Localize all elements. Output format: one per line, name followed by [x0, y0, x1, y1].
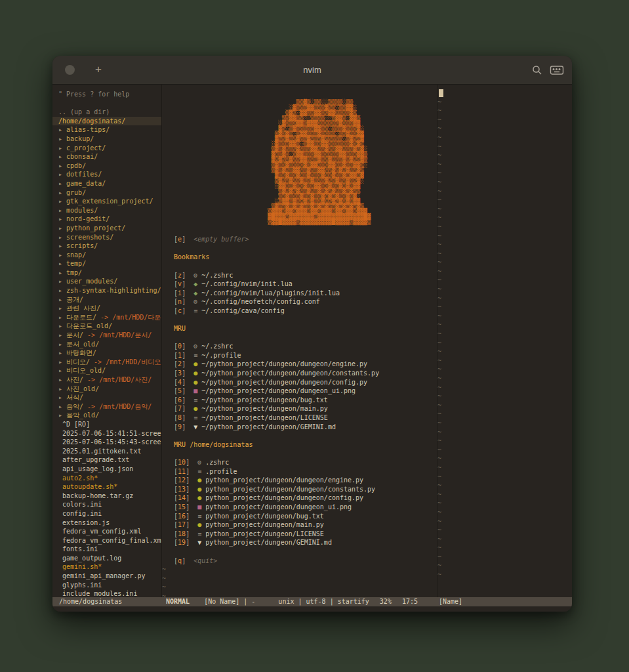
- tree-dir-row[interactable]: ▸ 서식/: [52, 393, 161, 402]
- startify-item[interactable]: [v] ◆ ~/.config/nvim/init.lua: [162, 280, 437, 289]
- startify-item[interactable]: [10] ⚙ .zshrc: [162, 458, 437, 467]
- startify-item[interactable]: [c] ≡ ~/.config/cava/config: [162, 306, 437, 316]
- tree-dir-row[interactable]: ▸ 음악/ -> /mnt/HDD/음악/: [52, 402, 161, 411]
- startify-item[interactable]: [6] ≡ ~/python_project/dungeon/bug.txt: [162, 396, 437, 405]
- tree-file-row[interactable]: backup-home.tar.gz: [52, 492, 161, 501]
- python-icon: ●: [197, 521, 205, 528]
- text-icon: ≡: [193, 307, 201, 314]
- startify-item[interactable]: [19] ▼ python_project/dungeon/GEMINI.md: [162, 538, 437, 547]
- tree-file-row[interactable]: 2025.01.gittoken.txt: [52, 447, 161, 456]
- tree-file-row[interactable]: fedora_vm_config_final.xml: [52, 536, 161, 545]
- tree-file-row[interactable]: colors.ini: [52, 500, 161, 509]
- startify-item[interactable]: [7] ● ~/python_project/dungeon/main.py: [162, 404, 437, 413]
- tree-dir-row[interactable]: ▸ 사진/ -> /mnt/HDD/사진/: [52, 375, 161, 385]
- startify-item[interactable]: [3] ● ~/python_project/dungeon/dungeon/c…: [162, 369, 437, 378]
- startify-item[interactable]: [0] ⚙ ~/.zshrc: [162, 342, 437, 351]
- tree-dir-row[interactable]: ▸ nord-gedit/: [52, 215, 161, 224]
- tree-dir-row[interactable]: ▸ c_project/: [52, 144, 161, 153]
- search-icon[interactable]: [531, 64, 543, 79]
- startify-item[interactable]: [n] ⚙ ~/.config/neofetch/config.conf: [162, 297, 437, 306]
- empty-line-tilde: ~: [437, 481, 572, 490]
- tree-dir-row[interactable]: ▸ user_modules/: [52, 277, 161, 286]
- tree-cwd-row[interactable]: /home/dogsinatas/: [52, 117, 161, 126]
- window-title: nvim: [52, 56, 572, 84]
- startify-item[interactable]: [13] ● python_project/dungeon/dungeon/co…: [162, 485, 437, 494]
- titlebar[interactable]: + nvim: [52, 56, 572, 85]
- startify-item[interactable]: [5] ■ ~/python_project/dungeon/dungeon_u…: [162, 387, 437, 396]
- tree-file-row[interactable]: fedora_vm_config.xml: [52, 527, 161, 536]
- startify-item[interactable]: [1] ≡ ~/.profile: [162, 351, 437, 360]
- startify-item[interactable]: [15] ■ python_project/dungeon/dungeon_ui…: [162, 503, 437, 512]
- tree-dir-row[interactable]: ▸ python_project/: [52, 224, 161, 233]
- tree-dir-row[interactable]: ▸ dotfiles/: [52, 170, 161, 179]
- startify-item[interactable]: [z] ⚙ ~/.zshrc: [162, 271, 437, 280]
- tree-dir-row[interactable]: ▸ tmp/: [52, 268, 161, 278]
- startify-item[interactable]: [9] ▼ ~/python_project/dungeon/GEMINI.md: [162, 423, 437, 432]
- tree-dir-row[interactable]: ▸ 다운로드_old/: [52, 322, 161, 331]
- tree-dir-row[interactable]: ▸ 문서_old/: [52, 340, 161, 349]
- startify-item[interactable]: [4] ● ~/python_project/dungeon/dungeon/c…: [162, 378, 437, 387]
- startify-item[interactable]: [i] ◆ ~/.config/nvim/lua/plugins/init.lu…: [162, 289, 437, 298]
- tree-dir-name: alias-tips/: [66, 126, 110, 133]
- tree-dir-row[interactable]: ▸ screenshots/: [52, 233, 161, 242]
- startify-item[interactable]: [14] ● python_project/dungeon/dungeon/co…: [162, 494, 437, 503]
- startify-item[interactable]: [16] ≡ python_project/dungeon/bug.txt: [162, 512, 437, 521]
- tree-file-row[interactable]: gemini.sh*: [52, 562, 161, 572]
- startify-item[interactable]: [8] ≡ ~/python_project/dungeon/LICENSE: [162, 413, 437, 423]
- tree-dir-row[interactable]: ▸ 비디오/ -> /mnt/HDD/비디오/: [52, 358, 161, 367]
- tree-dir-row[interactable]: ▸ game_data/: [52, 179, 161, 188]
- startify-empty-buffer[interactable]: [e] <empty buffer>: [162, 235, 437, 244]
- command-line[interactable]: [52, 606, 572, 612]
- startify-item[interactable]: [2] ● ~/python_project/dungeon/dungeon/e…: [162, 360, 437, 369]
- tree-dir-row[interactable]: ▸ zsh-syntax-highlighting/: [52, 286, 161, 295]
- startify-item[interactable]: [18] ≡ python_project/dungeon/LICENSE: [162, 530, 437, 539]
- tree-dir-row[interactable]: ▸ scripts/: [52, 242, 161, 251]
- file-tree-pane[interactable]: " Press ? for help .. (up a dir)/home/do…: [52, 85, 162, 597]
- tree-dir-row[interactable]: ▸ modules/: [52, 206, 161, 215]
- startify-item[interactable]: [11] ≡ .profile: [162, 467, 437, 476]
- tree-file-row[interactable]: fonts.ini: [52, 545, 161, 554]
- chevron-right-icon: ▸: [58, 376, 66, 383]
- tree-dir-row[interactable]: ▸ backup/: [52, 135, 161, 144]
- terminal-window[interactable]: + nvim " Press ? for help .. (up a dir)/…: [52, 56, 572, 612]
- tree-dir-row[interactable]: ▸ 다운로드/ -> /mnt/HDD/다운로 >: [52, 313, 161, 322]
- tree-file-row[interactable]: gemini_api_manager.py: [52, 572, 161, 581]
- tree-dir-row[interactable]: ▸ temp/: [52, 259, 161, 268]
- tree-dir-row[interactable]: ▸ 비디오_old/: [52, 366, 161, 375]
- tree-file-row[interactable]: 2025-07-06-15:41:51-screensho: [52, 429, 161, 438]
- tree-file-row[interactable]: autoupdate.sh*: [52, 482, 161, 492]
- tree-dir-row[interactable]: ▸ 바탕화면/: [52, 348, 161, 358]
- tree-file-row[interactable]: ^D [RO]: [52, 420, 161, 429]
- startify-item[interactable]: [17] ● python_project/dungeon/main.py: [162, 520, 437, 530]
- keyboard-menu-icon[interactable]: [550, 64, 564, 79]
- startify-item[interactable]: [12] ● python_project/dungeon/dungeon/en…: [162, 476, 437, 485]
- tree-dir-row[interactable]: ▸ 음악_old/: [52, 411, 161, 420]
- tree-file-row[interactable]: glyphs.ini: [52, 581, 161, 590]
- tree-dir-row[interactable]: ▸ 공개/: [52, 295, 161, 304]
- tree-file-row[interactable]: after_upgrade.txt: [52, 455, 161, 465]
- tree-dir-row[interactable]: ▸ cpdb/: [52, 161, 161, 171]
- tree-file-row[interactable]: config.ini: [52, 509, 161, 518]
- tree-file-row[interactable]: include_modules.ini: [52, 589, 161, 597]
- tree-dir-row[interactable]: ▸ 사진_old/: [52, 385, 161, 394]
- tree-file-row[interactable]: extension.js: [52, 518, 161, 528]
- tree-dir-row[interactable]: ▸ 문서/ -> /mnt/HDD/문서/: [52, 331, 161, 340]
- chevron-right-icon: ▸: [58, 224, 66, 232]
- tree-dir-name: 바탕화면/: [66, 349, 96, 356]
- tree-dir-row[interactable]: ▸ cbonsai/: [52, 152, 161, 161]
- tree-dir-row[interactable]: ▸ gtk_extension_project/: [52, 197, 161, 206]
- tree-up-dir[interactable]: .. (up a dir): [52, 108, 161, 117]
- tree-file-row[interactable]: auto2.sh*: [52, 474, 161, 483]
- tree-dir-row[interactable]: ▸ snap/: [52, 251, 161, 260]
- startify-quit[interactable]: [q] <quit>: [162, 556, 437, 566]
- empty-buffer-pane[interactable]: ~~~~~~~~~~~~~~~~~~~~~~~~~~~~~~~~~~~~~~~~…: [437, 85, 572, 597]
- chevron-right-icon: ▸: [58, 189, 66, 196]
- tree-dir-row[interactable]: ▸ grub/: [52, 188, 161, 198]
- tree-file-row[interactable]: api_usage_log.json: [52, 465, 161, 474]
- tree-dir-row[interactable]: ▸ 관련 사진/: [52, 304, 161, 313]
- startify-pane[interactable]: ▒▒▓▒░▒▒░░▒▒▒▒░▒▒ ░▓▒▒▒▓▓▒▒▒▓▒▒░▒▒▓▓░ ▒▓▒…: [162, 85, 437, 597]
- tree-file-row[interactable]: 2025-07-06-15:45:43-screensho: [52, 438, 161, 447]
- tree-symlink-target: -> /mnt/HDD/사진/: [83, 376, 152, 383]
- tree-file-row[interactable]: game_output.log: [52, 554, 161, 563]
- tree-dir-row[interactable]: ▸ alias-tips/: [52, 125, 161, 135]
